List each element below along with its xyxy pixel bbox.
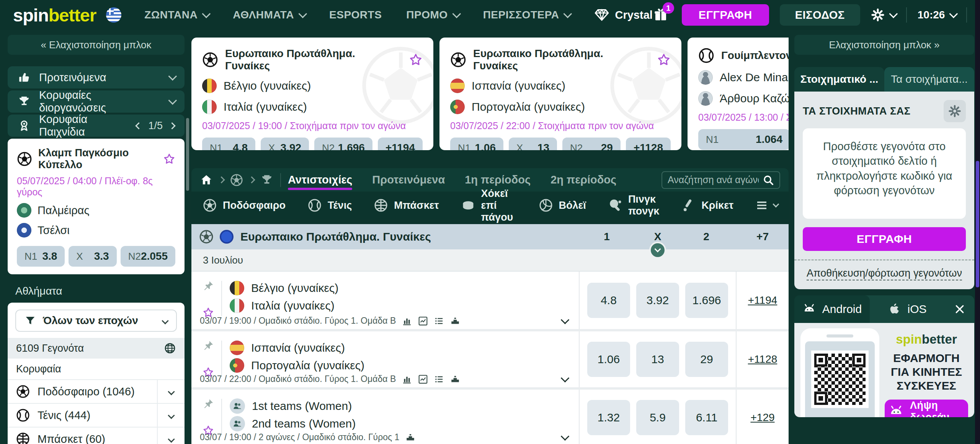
more-sports-menu[interactable] bbox=[756, 199, 777, 211]
sidebar-sport-tennis[interactable]: Τένις (444) bbox=[8, 404, 185, 428]
odds-button-n1[interactable]: N11.06 bbox=[450, 138, 503, 150]
more-markets-link[interactable]: +1194 bbox=[748, 294, 777, 306]
odds-button-n2[interactable]: N229 bbox=[562, 138, 621, 150]
close-promo-button[interactable] bbox=[945, 295, 974, 323]
filter-tennis[interactable]: Τένις bbox=[308, 198, 352, 212]
lineup-list-icon[interactable] bbox=[434, 374, 444, 384]
tab-android[interactable]: Android bbox=[794, 295, 870, 323]
league-header-row[interactable]: Ευρωπαικο Πρωτάθλημα. Γυναίκες 1 X 2 +7 bbox=[191, 224, 789, 249]
filter-basketball[interactable]: Μπάσκετ bbox=[374, 198, 439, 212]
odds-button-n2[interactable]: N22.055 bbox=[121, 246, 175, 267]
tab-second-period[interactable]: 2η περίοδος bbox=[550, 168, 616, 192]
tab-my-bets[interactable]: Τα στοιχήματα... bbox=[884, 67, 974, 92]
odds-button-x[interactable]: 13 bbox=[636, 342, 679, 377]
odds-button-n1[interactable]: N11.064 bbox=[698, 129, 789, 150]
odds-button-n2[interactable]: N21.696 bbox=[314, 138, 372, 150]
filter-cricket[interactable]: Κρίκετ bbox=[681, 198, 733, 212]
expand-match-button[interactable] bbox=[562, 375, 568, 383]
betslip-register-button[interactable]: ΕΓΓΡΑΦΗ bbox=[803, 227, 966, 251]
filter-football[interactable]: Ποδόσφαιρο bbox=[203, 198, 286, 212]
odds-button-n1[interactable]: N13.8 bbox=[17, 246, 65, 267]
next-page-icon[interactable] bbox=[168, 122, 175, 129]
top-game-card[interactable]: Κλαμπ Παγκόσμιο Κύπελλο 05/07/2025 / 04:… bbox=[8, 139, 185, 274]
odds-button-x[interactable]: X13 bbox=[509, 138, 557, 150]
trophy-icon[interactable] bbox=[260, 174, 273, 187]
scrollbar-thumb[interactable] bbox=[976, 161, 979, 287]
odds-button-1[interactable]: 4.8 bbox=[587, 283, 630, 318]
nav-more[interactable]: ΠΕΡΙΣΣΟΤΕΡΑ bbox=[483, 9, 570, 21]
tab-matches[interactable]: Αντιστοιχίες bbox=[288, 168, 352, 192]
lineup-list-icon[interactable] bbox=[434, 316, 444, 326]
login-button[interactable]: ΕΙΣΟΔΟΣ bbox=[780, 4, 860, 26]
pin-icon[interactable] bbox=[203, 280, 214, 292]
nav-esports[interactable]: ESPORTS bbox=[329, 9, 382, 21]
gift-button[interactable]: 1 bbox=[653, 7, 669, 23]
odds-button-1[interactable]: 1.06 bbox=[587, 342, 630, 377]
sort-x-column-button[interactable] bbox=[649, 242, 666, 259]
favorite-star-icon[interactable] bbox=[409, 53, 423, 67]
filter-pingpong[interactable]: Πινγκ πονγκ bbox=[608, 193, 660, 217]
stadium-icon[interactable] bbox=[450, 374, 460, 384]
odds-button-2[interactable]: 29 bbox=[685, 342, 728, 377]
pin-icon[interactable] bbox=[203, 398, 214, 410]
page-scrollbar[interactable] bbox=[975, 0, 980, 444]
filter-icehockey[interactable]: Χόκεϊ επί πάγου bbox=[461, 188, 517, 223]
featured-match-card[interactable]: Ευρωπαικο Πρωτάθλημα. Γυναίκες Ισπανία (… bbox=[439, 38, 681, 150]
more-markets-link[interactable]: +1128 bbox=[748, 353, 777, 365]
stats-bars-icon[interactable] bbox=[402, 374, 412, 384]
odds-button-2[interactable]: 1.696 bbox=[685, 283, 728, 318]
minimize-left-button[interactable]: « Ελαχιστοποίηση μπλοκ bbox=[8, 35, 185, 55]
home-icon[interactable] bbox=[200, 174, 213, 187]
stadium-icon[interactable] bbox=[450, 316, 460, 326]
sidebar-item-recommended[interactable]: Προτεινόμενα bbox=[8, 66, 185, 88]
match-search[interactable] bbox=[662, 171, 780, 189]
sidebar-sport-football[interactable]: Ποδόσφαιρο (1046) bbox=[8, 380, 185, 404]
pin-icon[interactable] bbox=[203, 340, 214, 351]
favorite-star-icon[interactable] bbox=[163, 153, 175, 165]
tab-betslip[interactable]: Στοιχηματικό ... bbox=[794, 67, 884, 92]
match-row[interactable]: 1st teams (Women) 2nd teams (Women) 03/0… bbox=[191, 387, 789, 444]
sidebar-sport-basketball[interactable]: Μπάσκετ (60) bbox=[8, 428, 185, 444]
match-row[interactable]: Ισπανία (γυναίκες) Πορτογαλία (γυναίκες)… bbox=[191, 329, 789, 387]
featured-match-card[interactable]: Γουίμπλεντον Alex De Minaur Άρθουρ Καζώ … bbox=[688, 38, 789, 150]
expand-match-button[interactable] bbox=[562, 433, 568, 441]
nav-sports[interactable]: ΑΘΛΗΜΑΤΑ bbox=[233, 9, 305, 21]
search-icon[interactable] bbox=[763, 174, 774, 186]
more-odds-button[interactable]: +1194 bbox=[378, 138, 423, 150]
settings-control[interactable] bbox=[871, 8, 895, 22]
register-button[interactable]: ΕΓΓΡΑΦΗ bbox=[682, 4, 769, 26]
odds-button-x[interactable]: 3.92 bbox=[636, 283, 679, 318]
save-load-events-link[interactable]: Αποθήκευση/φόρτωση γεγονότων bbox=[807, 267, 962, 280]
tab-recommended[interactable]: Προτεινόμενα bbox=[372, 168, 445, 192]
expand-sport-button[interactable] bbox=[157, 380, 185, 403]
filter-volleyball[interactable]: Βόλεϊ bbox=[539, 198, 586, 212]
trend-chart-icon[interactable] bbox=[418, 316, 428, 326]
minimize-right-button[interactable]: Ελαχιστοποίηση μπλοκ » bbox=[794, 35, 974, 55]
prev-page-icon[interactable] bbox=[136, 122, 142, 129]
stadium-icon[interactable] bbox=[405, 433, 415, 442]
nav-live[interactable]: ΖΩΝΤΑΝΑ bbox=[144, 9, 208, 21]
trend-chart-icon[interactable] bbox=[418, 374, 428, 384]
more-markets-link[interactable]: +129 bbox=[750, 411, 774, 424]
time-control[interactable]: 10:26 bbox=[918, 9, 956, 21]
expand-match-button[interactable] bbox=[562, 317, 568, 324]
featured-match-card[interactable]: Ευρωπαικο Πρωτάθλημα. Γυναίκες Βέλγιο (γ… bbox=[191, 38, 433, 150]
tab-ios[interactable]: iOS bbox=[870, 295, 945, 323]
favorite-star-icon[interactable] bbox=[657, 53, 671, 67]
sidebar-item-top-games[interactable]: Κορυφαία Παιχνίδια 1/5 bbox=[8, 115, 185, 137]
search-input[interactable] bbox=[668, 174, 759, 185]
stats-bars-icon[interactable] bbox=[402, 316, 412, 326]
nav-promo[interactable]: ΠΡΟΜΟ bbox=[406, 9, 458, 21]
soccer-icon[interactable] bbox=[230, 174, 243, 187]
expand-sport-button[interactable] bbox=[157, 404, 185, 427]
odds-button-x[interactable]: X3.3 bbox=[69, 246, 116, 267]
betslip-settings-button[interactable] bbox=[944, 100, 966, 122]
odds-button-x[interactable]: X3.92 bbox=[261, 138, 309, 150]
sidebar-item-top-leagues[interactable]: Κορυφαίες διοργανώσεις bbox=[8, 90, 185, 113]
sidebar-scrollbar[interactable] bbox=[186, 118, 189, 191]
nav-crystal[interactable]: Crystal bbox=[594, 7, 652, 23]
odds-button-x[interactable]: 5.9 bbox=[636, 400, 679, 435]
spinbetter-logo[interactable]: spinbetter bbox=[13, 5, 96, 26]
odds-button-n1[interactable]: N14.8 bbox=[202, 138, 255, 150]
tab-first-period[interactable]: 1η περίοδος bbox=[465, 168, 531, 192]
